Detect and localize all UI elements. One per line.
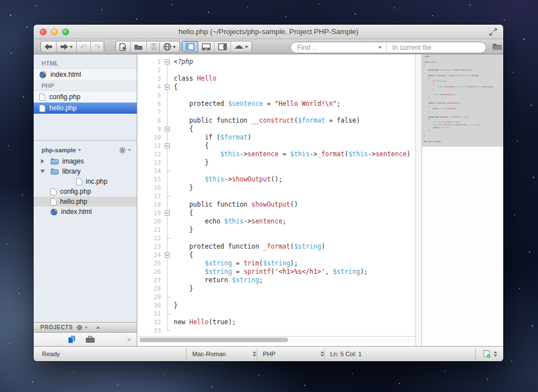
find-input[interactable]: Find ... bbox=[291, 42, 386, 53]
zoom-icon[interactable] bbox=[62, 29, 69, 35]
encoding-stepper-icon[interactable] bbox=[253, 351, 256, 357]
code-line[interactable]: 27 return $string; bbox=[138, 276, 415, 284]
fold-margin[interactable] bbox=[164, 301, 171, 310]
fold-margin[interactable] bbox=[164, 318, 171, 326]
toggle-right-pane-icon[interactable] bbox=[215, 41, 231, 52]
copy-pages-icon[interactable] bbox=[67, 335, 76, 344]
forward-icon[interactable] bbox=[57, 41, 77, 52]
line-number[interactable]: 3 bbox=[138, 74, 164, 83]
line-number[interactable]: 17 bbox=[138, 192, 164, 200]
fold-toggle-icon[interactable] bbox=[165, 127, 170, 132]
fullscreen-icon[interactable] bbox=[489, 28, 498, 36]
line-number[interactable]: 32 bbox=[138, 318, 164, 326]
fold-toggle-icon[interactable] bbox=[165, 253, 170, 258]
fold-toggle-icon[interactable] bbox=[165, 143, 170, 148]
fold-margin[interactable] bbox=[164, 167, 171, 175]
line-number[interactable]: 12 bbox=[138, 150, 164, 158]
line-number[interactable]: 7 bbox=[138, 108, 164, 116]
undo-icon[interactable]: ↶ bbox=[77, 41, 91, 52]
code-line[interactable]: 2 bbox=[138, 66, 415, 74]
fold-margin[interactable] bbox=[164, 142, 171, 150]
code-line[interactable]: 19 { bbox=[138, 209, 415, 217]
code-line[interactable]: 24 { bbox=[138, 251, 415, 259]
line-number[interactable]: 16 bbox=[138, 184, 164, 192]
code-line[interactable]: 9 { bbox=[138, 125, 415, 133]
code-line[interactable]: 32new Hello(true); bbox=[138, 318, 415, 326]
tree-item-images[interactable]: images bbox=[34, 156, 137, 166]
line-number[interactable]: 33 bbox=[138, 326, 164, 335]
horizontal-scrollbar-thumb[interactable] bbox=[140, 338, 288, 342]
code-line[interactable]: 29 bbox=[138, 293, 415, 301]
line-number[interactable]: 30 bbox=[138, 301, 164, 310]
line-number[interactable]: 5 bbox=[138, 91, 164, 100]
search-caret-icon[interactable] bbox=[378, 46, 382, 49]
fold-margin[interactable] bbox=[164, 251, 171, 259]
line-number[interactable]: 9 bbox=[138, 125, 164, 133]
tree-item-library[interactable]: library bbox=[34, 166, 137, 176]
fold-margin[interactable] bbox=[164, 108, 171, 116]
fold-margin[interactable] bbox=[164, 209, 171, 217]
line-number[interactable]: 22 bbox=[138, 234, 164, 242]
redo-icon[interactable]: ↷ bbox=[91, 41, 104, 52]
fold-margin[interactable] bbox=[164, 74, 171, 83]
code-line[interactable]: 5 bbox=[138, 91, 415, 100]
fold-margin[interactable] bbox=[164, 158, 171, 167]
fold-margin[interactable] bbox=[164, 268, 171, 276]
code-line[interactable]: 7 bbox=[138, 108, 415, 116]
syntax-check-stepper-icon[interactable] bbox=[494, 351, 497, 357]
code-line[interactable]: 10 if ($format) bbox=[138, 133, 415, 142]
fold-margin[interactable] bbox=[164, 91, 171, 100]
code-line[interactable]: 20 echo $this->sentence; bbox=[138, 217, 415, 226]
fold-margin[interactable] bbox=[164, 200, 171, 209]
code-line[interactable]: 18 public function showOutput() bbox=[138, 200, 415, 209]
code-line[interactable]: 17 bbox=[138, 192, 415, 200]
fold-margin[interactable] bbox=[164, 125, 171, 133]
line-number[interactable]: 15 bbox=[138, 175, 164, 184]
browser-globe-icon[interactable] bbox=[160, 41, 179, 52]
line-number[interactable]: 23 bbox=[138, 242, 164, 251]
line-number[interactable]: 8 bbox=[138, 116, 164, 125]
new-file-icon[interactable] bbox=[116, 41, 131, 52]
fold-margin[interactable] bbox=[164, 133, 171, 142]
fold-margin[interactable] bbox=[164, 116, 171, 125]
line-number[interactable]: 4 bbox=[138, 83, 164, 91]
code-line[interactable]: 26 $string = sprintf('<h1>%s</h1>', $str… bbox=[138, 268, 415, 276]
chevron-down-icon[interactable] bbox=[40, 170, 45, 173]
fold-margin[interactable] bbox=[164, 66, 171, 74]
code-line[interactable]: 23 protected function _format($string) bbox=[138, 242, 415, 251]
tree-item-hello.php[interactable]: hello.php bbox=[34, 197, 137, 207]
horizontal-scrollbar[interactable] bbox=[138, 336, 415, 343]
code-line[interactable]: 31 bbox=[138, 310, 415, 318]
tree-item-index.html[interactable]: index.html bbox=[34, 207, 137, 217]
fold-margin[interactable] bbox=[164, 217, 171, 226]
fold-margin[interactable] bbox=[164, 226, 171, 234]
collapse-pane-icon[interactable] bbox=[96, 326, 100, 329]
open-file-item-config.php[interactable]: config.php bbox=[34, 91, 137, 102]
code-line[interactable]: 4{ bbox=[138, 83, 415, 91]
fold-margin[interactable] bbox=[164, 184, 171, 192]
fold-margin[interactable] bbox=[164, 310, 171, 318]
fold-margin[interactable] bbox=[164, 150, 171, 158]
line-number[interactable]: 26 bbox=[138, 268, 164, 276]
open-folder-icon[interactable] bbox=[131, 41, 147, 52]
line-number[interactable]: 18 bbox=[138, 200, 164, 209]
project-name-dropdown[interactable]: php-sample bbox=[41, 147, 81, 153]
find-in-files-folder-icon[interactable] bbox=[492, 43, 502, 51]
code-line[interactable]: 30} bbox=[138, 301, 415, 310]
line-number[interactable]: 13 bbox=[138, 158, 164, 167]
line-number[interactable]: 31 bbox=[138, 310, 164, 318]
fold-margin[interactable] bbox=[164, 175, 171, 184]
fold-margin[interactable] bbox=[164, 276, 171, 284]
fold-margin[interactable] bbox=[164, 100, 171, 108]
code-line[interactable]: 6 protected $sentence = "Hello World!\n"… bbox=[138, 100, 415, 108]
line-number[interactable]: 20 bbox=[138, 217, 164, 226]
encoding-selector[interactable]: Mac-Roman bbox=[192, 347, 226, 361]
code-line[interactable]: 15 $this->showOutput(); bbox=[138, 175, 415, 184]
fold-margin[interactable] bbox=[164, 58, 171, 66]
code-line[interactable]: 22 bbox=[138, 234, 415, 242]
line-number[interactable]: 10 bbox=[138, 133, 164, 142]
line-number[interactable]: 21 bbox=[138, 226, 164, 234]
line-number[interactable]: 19 bbox=[138, 209, 164, 217]
fold-toggle-icon[interactable] bbox=[165, 211, 170, 216]
publish-icon[interactable] bbox=[231, 41, 252, 52]
